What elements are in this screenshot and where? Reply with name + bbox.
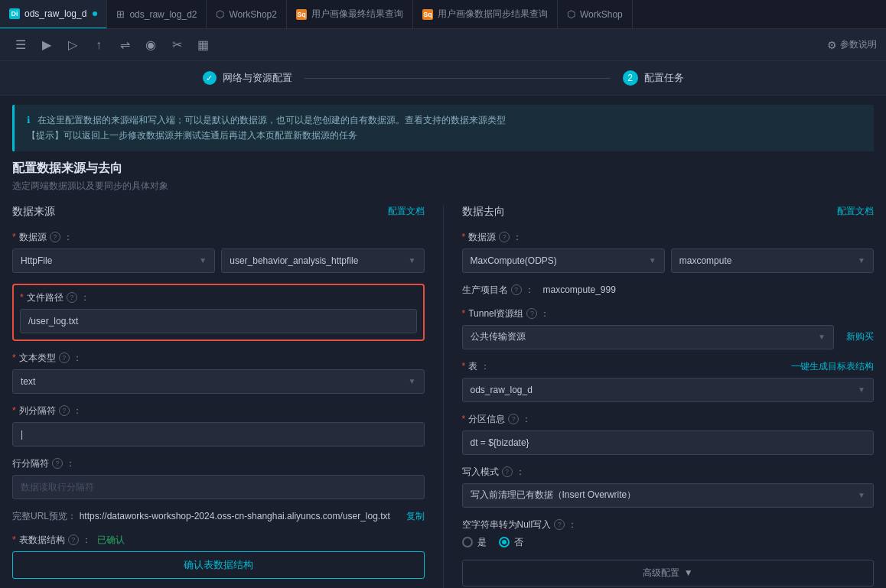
dest-table-group: * 表 ： 一键生成目标表结构 ods_raw_log_d ▼ bbox=[462, 360, 875, 402]
source-row-delimiter-help[interactable]: ? bbox=[52, 458, 63, 469]
source-delimiter-group: * 列分隔符 ? ： bbox=[12, 404, 425, 447]
toolbar: ☰ ▶ ▷ ↑ ⇌ ◉ ✂ ▦ ⚙ 参数说明 bbox=[0, 29, 886, 61]
source-filepath-help[interactable]: ? bbox=[67, 292, 77, 303]
source-delimiter-label: * 列分隔符 ? ： bbox=[12, 404, 425, 417]
dest-doc-link[interactable]: 配置文档 bbox=[837, 205, 874, 218]
source-datasource-fields: HttpFile ▼ user_behavior_analysis_httpfi… bbox=[12, 249, 425, 273]
toolbar-params[interactable]: ⚙ 参数说明 bbox=[827, 38, 877, 51]
source-row-delimiter-input[interactable] bbox=[12, 475, 425, 499]
source-table-structure-status: 已确认 bbox=[97, 534, 125, 547]
source-datasource-group: * 数据源 ? ： HttpFile ▼ user_behavior_analy… bbox=[12, 231, 425, 273]
dest-null-group: 空字符串转为Null写入 ? ： 是 否 bbox=[462, 518, 875, 549]
dest-datasource-help[interactable]: ? bbox=[499, 232, 510, 242]
dest-partition-help[interactable]: ? bbox=[508, 414, 519, 424]
toolbar-layout-btn[interactable]: ▦ bbox=[191, 34, 214, 57]
wizard-step2: 2 配置任务 bbox=[623, 70, 684, 86]
dest-tunnel-help[interactable]: ? bbox=[526, 308, 537, 319]
banner-line1: 在这里配置数据的来源端和写入端；可以是默认的数据源，也可以是您创建的自有数据源。… bbox=[37, 115, 506, 125]
dest-type-arrow: ▼ bbox=[649, 256, 656, 265]
source-text-type-group: * 文本类型 ? ： text ▼ bbox=[12, 352, 425, 394]
dest-tunnel-arrow: ▼ bbox=[818, 333, 826, 341]
page-title: 配置数据来源与去向 bbox=[12, 161, 874, 177]
dest-null-radio-yes[interactable]: 是 bbox=[462, 536, 487, 549]
dest-tunnel-field-row: 公共传输资源 ▼ 新购买 bbox=[462, 325, 875, 349]
dest-write-mode-arrow: ▼ bbox=[858, 491, 865, 499]
source-confirm-btn[interactable]: 确认表数据结构 bbox=[12, 551, 425, 579]
source-url-label: 完整URL预览： bbox=[12, 511, 77, 521]
dest-partition-group: * 分区信息 ? ： dt = ${bizdate} bbox=[462, 413, 875, 455]
dest-null-radio-group: 是 否 bbox=[462, 536, 875, 549]
source-filepath-group: * 文件路径 ? ： bbox=[12, 284, 425, 341]
info-icon: ℹ bbox=[27, 115, 31, 125]
dest-partition-label: * 分区信息 ? ： bbox=[462, 413, 875, 426]
dest-datasource-group: * 数据源 ? ： MaxCompute(ODPS) ▼ maxcompute … bbox=[462, 231, 875, 273]
dest-datasource-label: * 数据源 ? ： bbox=[462, 231, 875, 244]
toolbar-cut-btn[interactable]: ✂ bbox=[165, 34, 188, 57]
tab-label-ods-raw-log-d: ods_raw_log_d bbox=[24, 8, 86, 19]
dest-write-mode-select[interactable]: 写入前清理已有数据（Insert Overwrite） ▼ bbox=[462, 483, 875, 508]
source-datasource-name-select[interactable]: user_behavior_analysis_httpfile ▼ bbox=[221, 249, 424, 273]
dest-project-value: maxcompute_999 bbox=[543, 284, 616, 295]
source-doc-link[interactable]: 配置文档 bbox=[388, 205, 425, 218]
dest-null-radio-no[interactable]: 否 bbox=[499, 536, 523, 549]
dest-table-label: * 表 ： 一键生成目标表结构 bbox=[462, 360, 875, 373]
dest-datasource-type-select[interactable]: MaxCompute(ODPS) ▼ bbox=[462, 249, 665, 273]
dest-one-key-btn[interactable]: 一键生成目标表结构 bbox=[791, 360, 874, 373]
toolbar-run-btn[interactable]: ▶ bbox=[35, 34, 58, 57]
source-text-type-arrow: ▼ bbox=[409, 377, 416, 385]
dest-write-mode-help[interactable]: ? bbox=[502, 466, 513, 477]
dest-advanced-icon: ▼ bbox=[684, 567, 693, 578]
dest-datasource-fields: MaxCompute(ODPS) ▼ maxcompute ▼ bbox=[462, 249, 875, 273]
source-url-row: 完整URL预览： https://dataworks-workshop-2024… bbox=[12, 510, 425, 523]
source-url-preview-group: 完整URL预览： https://dataworks-workshop-2024… bbox=[12, 510, 425, 523]
tab-ods-raw-log-d[interactable]: Di ods_raw_log_d bbox=[0, 0, 107, 29]
dest-advanced-toggle[interactable]: 高级配置 ▼ bbox=[462, 560, 875, 586]
source-text-type-help[interactable]: ? bbox=[59, 352, 70, 363]
source-filepath-label: * 文件路径 ? ： bbox=[20, 291, 417, 304]
tab-user-portrait-sync[interactable]: Sq 用户画像数据同步结果查询 bbox=[413, 0, 558, 29]
tab-workshop[interactable]: ⬡ WorkShop bbox=[558, 0, 633, 29]
tab-icon-sq2: Sq bbox=[422, 9, 433, 20]
two-column-layout: 数据来源 配置文档 * 数据源 ? ： HttpFile ▼ use bbox=[12, 205, 874, 588]
source-datasource-type-select[interactable]: HttpFile ▼ bbox=[12, 249, 215, 273]
tab-dot bbox=[93, 11, 97, 16]
dest-null-help[interactable]: ? bbox=[554, 519, 565, 530]
wizard-step1: ✓ 网络与资源配置 bbox=[203, 71, 292, 85]
radio-yes-circle bbox=[462, 537, 473, 547]
toolbar-stop-btn[interactable]: ◉ bbox=[139, 34, 162, 57]
source-text-type-select[interactable]: text ▼ bbox=[12, 369, 425, 394]
wizard-line bbox=[305, 78, 611, 79]
toolbar-exchange-btn[interactable]: ⇌ bbox=[113, 34, 136, 57]
toolbar-upload-btn[interactable]: ↑ bbox=[87, 34, 110, 57]
dest-datasource-name-select[interactable]: maxcompute ▼ bbox=[671, 249, 874, 273]
source-datasource-label: * 数据源 ? ： bbox=[12, 231, 425, 244]
dest-table-arrow: ▼ bbox=[858, 385, 865, 394]
tab-icon-grid: ⊞ bbox=[116, 8, 125, 20]
dest-table-select[interactable]: ods_raw_log_d ▼ bbox=[462, 378, 875, 402]
banner-line2: 【提示】可以返回上一步修改数据源并测试连通后再进入本页配置新数据源的任务 bbox=[27, 130, 357, 141]
dest-name-arrow: ▼ bbox=[858, 256, 865, 265]
source-table-structure-help[interactable]: ? bbox=[68, 534, 79, 545]
source-copy-btn[interactable]: 复制 bbox=[406, 510, 425, 523]
tab-user-portrait-final[interactable]: Sq 用户画像最终结果查询 bbox=[287, 0, 413, 29]
dest-project-help[interactable]: ? bbox=[511, 284, 522, 295]
source-url-value: https://dataworks-workshop-2024.oss-cn-s… bbox=[80, 511, 390, 521]
source-panel-header: 数据来源 配置文档 bbox=[12, 205, 425, 219]
toolbar-preview-btn[interactable]: ▷ bbox=[61, 34, 84, 57]
tab-icon-di: Di bbox=[9, 8, 20, 19]
tab-workshop2[interactable]: ⬡ WorkShop2 bbox=[207, 0, 286, 29]
source-filepath-input[interactable] bbox=[20, 309, 417, 333]
source-datasource-help[interactable]: ? bbox=[50, 232, 60, 242]
dest-tunnel-select[interactable]: 公共传输资源 ▼ bbox=[462, 325, 835, 349]
source-delimiter-input[interactable] bbox=[12, 422, 425, 447]
source-delimiter-help[interactable]: ? bbox=[59, 405, 70, 416]
toolbar-save-btn[interactable]: ☰ bbox=[9, 34, 32, 57]
tab-label-user-portrait-sync: 用户画像数据同步结果查询 bbox=[438, 8, 548, 21]
tab-ods-raw-log-d2[interactable]: ⊞ ods_raw_log_d2 bbox=[107, 0, 207, 29]
page-subtitle: 选定两端数据源以及要同步的具体对象 bbox=[12, 180, 874, 193]
dest-new-buy-btn[interactable]: 新购买 bbox=[846, 325, 874, 349]
info-banner: ℹ 在这里配置数据的来源端和写入端；可以是默认的数据源，也可以是您创建的自有数据… bbox=[12, 105, 874, 151]
dest-advanced-label: 高级配置 bbox=[643, 567, 679, 580]
wizard-step1-check: ✓ bbox=[203, 71, 217, 85]
wizard-bar: ✓ 网络与资源配置 2 配置任务 bbox=[0, 61, 886, 96]
